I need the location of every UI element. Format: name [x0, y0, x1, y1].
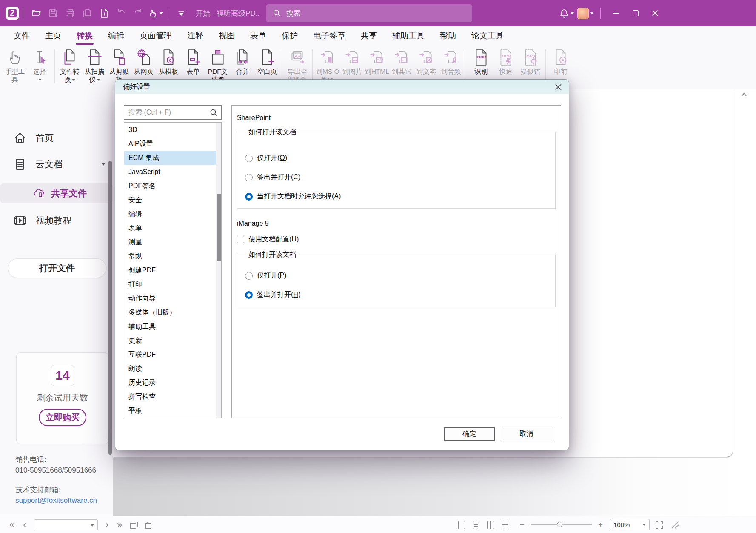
pref-category-measure[interactable]: 测量	[124, 235, 221, 249]
menu-tab-form[interactable]: 表单	[242, 26, 274, 45]
toolbar-ocr-suspects[interactable]: OCR 疑似错	[518, 49, 543, 76]
facing-view-icon[interactable]	[487, 521, 494, 529]
notifications-bell-button[interactable]	[558, 5, 575, 22]
pref-category-accessibility[interactable]: 辅助工具	[124, 319, 221, 333]
zoom-slider[interactable]	[531, 524, 592, 525]
app-logo[interactable]	[6, 7, 19, 20]
buy-now-button[interactable]: 立即购买	[39, 409, 86, 426]
pref-category-spell-check[interactable]: 拼写检查	[124, 390, 221, 404]
menu-tab-share[interactable]: 共享	[353, 26, 385, 45]
pref-category-3d[interactable]: 3D	[124, 123, 221, 137]
pref-category-general[interactable]: 常规	[124, 249, 221, 263]
sharepoint-ask-when-open-radio[interactable]: 当打开文档时允许您选择(A)	[245, 187, 555, 206]
fullscreen-button[interactable]	[655, 520, 664, 530]
menu-tab-page-management[interactable]: 页面管理	[132, 26, 180, 45]
toolbar-from-web[interactable]: 从网页	[131, 49, 156, 76]
toolbar-pdf-portfolio[interactable]: PDF文件包	[205, 49, 230, 84]
quad-view-icon[interactable]	[502, 521, 508, 529]
zoom-level-selector[interactable]: 100%	[610, 519, 650, 530]
toolbar-to-text[interactable]: 到文本	[414, 49, 439, 76]
pref-category-edit[interactable]: 编辑	[124, 207, 221, 221]
toolbar-combine[interactable]: 合并	[230, 49, 255, 76]
open-file-icon-button[interactable]	[28, 5, 45, 22]
category-list-scrollbar-thumb[interactable]	[217, 194, 221, 261]
dialog-close-button[interactable]	[552, 81, 565, 93]
pref-category-connected-pdf[interactable]: 互联PDF	[124, 347, 221, 361]
toolbar-ocr-quick[interactable]: OCR 快速	[494, 49, 518, 76]
menu-tab-home[interactable]: 主页	[37, 26, 69, 45]
menu-tab-edit[interactable]: 编辑	[100, 26, 132, 45]
menu-tab-comment[interactable]: 注释	[180, 26, 211, 45]
new-document-icon-button[interactable]	[96, 5, 113, 22]
toolbar-select[interactable]: 选择	[27, 49, 52, 84]
pref-category-multimedia-legacy[interactable]: 多媒体（旧版）	[124, 305, 221, 319]
menu-tab-accessibility[interactable]: 辅助工具	[385, 26, 432, 45]
redo-icon-button[interactable]	[130, 5, 147, 22]
ok-button[interactable]: 确定	[444, 427, 495, 441]
page-number-combobox[interactable]	[34, 519, 98, 530]
pref-category-update[interactable]: 更新	[124, 333, 221, 347]
sharepoint-open-only-radio[interactable]: 仅打开(O)	[245, 149, 555, 168]
bell-dropdown-caret[interactable]	[571, 12, 574, 14]
cancel-button[interactable]: 取消	[501, 427, 552, 441]
use-document-profile-checkbox[interactable]: 使用文档配置(U)	[237, 234, 561, 244]
previous-page-button[interactable]: ‹	[19, 520, 30, 530]
menu-tab-file[interactable]: 文件	[6, 26, 37, 45]
pref-category-create-pdf[interactable]: 创建PDF	[124, 263, 221, 277]
pref-category-security[interactable]: 安全	[124, 193, 221, 207]
single-page-view-icon[interactable]	[458, 521, 465, 529]
maximize-button[interactable]	[627, 5, 644, 22]
imanage-checkout-open-radio[interactable]: 签出并打开(H)	[245, 285, 555, 304]
next-page-button[interactable]: ›	[101, 520, 113, 530]
open-file-button[interactable]: 打开文件	[8, 258, 106, 278]
sidebar-scrollbar-thumb[interactable]	[108, 161, 112, 455]
toolbar-ocr-recognize[interactable]: OCR 识别	[469, 49, 494, 76]
toolbar-to-ms-office[interactable]: 到MS Office	[315, 49, 340, 84]
support-email-link[interactable]: support@foxitsoftware.cn	[15, 496, 97, 506]
toolbar-from-scanner[interactable]: 从扫描仪	[82, 49, 107, 84]
sidebar-item-video-tutorials[interactable]: 视频教程	[0, 210, 113, 231]
toolbar-form[interactable]: 表单	[181, 49, 205, 76]
save-icon-button[interactable]	[45, 5, 62, 22]
menu-tab-paper-tools[interactable]: 论文工具	[464, 26, 511, 45]
undo-icon-button[interactable]	[113, 5, 130, 22]
cloud-docs-dropdown-caret[interactable]	[101, 163, 106, 166]
imanage-open-only-radio[interactable]: 仅打开(P)	[245, 266, 555, 285]
sidebar-item-shared-files[interactable]: 共享文件	[0, 183, 113, 203]
pref-category-javascript[interactable]: JavaScript	[124, 165, 221, 179]
menu-tab-convert[interactable]: 转换	[69, 26, 100, 45]
hand-tool-icon-button[interactable]	[147, 5, 164, 22]
toolbar-export-images[interactable]: 导出全部图像	[285, 49, 310, 84]
zoom-out-button[interactable]: −	[518, 520, 526, 530]
close-button[interactable]	[647, 5, 664, 22]
account-area[interactable]	[577, 8, 593, 19]
dialog-titlebar[interactable]: 偏好设置	[115, 80, 569, 94]
pref-category-read-aloud[interactable]: 朗读	[124, 361, 221, 375]
zoom-in-button[interactable]: +	[596, 520, 605, 530]
menu-tab-help[interactable]: 帮助	[432, 26, 464, 45]
pref-category-tablet[interactable]: 平板	[124, 404, 221, 418]
quick-access-menu-button[interactable]	[173, 5, 190, 22]
continuous-view-icon[interactable]	[473, 521, 479, 529]
sidebar-item-cloud-docs[interactable]: 云文档	[0, 154, 113, 175]
clipboard-view-icon[interactable]	[145, 522, 153, 528]
toolbar-to-image[interactable]: 到图片	[340, 49, 365, 76]
toolbar-preflight[interactable]: A 印前	[548, 49, 573, 76]
resize-grip[interactable]	[670, 521, 679, 529]
menu-tab-esign[interactable]: 电子签章	[305, 26, 353, 45]
pref-category-history[interactable]: 历史记录	[124, 375, 221, 390]
toolbar-from-template[interactable]: C 从模板	[156, 49, 181, 76]
pref-category-aip[interactable]: AIP设置	[124, 137, 221, 151]
collapse-panel-button[interactable]	[740, 90, 748, 99]
toolbar-from-clipboard[interactable]: 从剪贴板	[107, 49, 131, 84]
pref-category-ecm-integration[interactable]: ECM 集成	[124, 151, 221, 165]
copy-icon-button[interactable]	[79, 5, 96, 22]
pref-category-print[interactable]: 打印	[124, 277, 221, 291]
pref-category-action-wizard[interactable]: 动作向导	[124, 291, 221, 305]
snapshot-icon[interactable]	[130, 522, 138, 528]
menu-tab-protect[interactable]: 保护	[274, 26, 305, 45]
hand-tool-dropdown-caret[interactable]	[160, 12, 163, 14]
preferences-search-input[interactable]	[124, 105, 222, 120]
toolbar-file-convert[interactable]: 文件转换	[57, 49, 82, 84]
toolbar-to-html[interactable]: </> 到HTML	[365, 49, 389, 76]
